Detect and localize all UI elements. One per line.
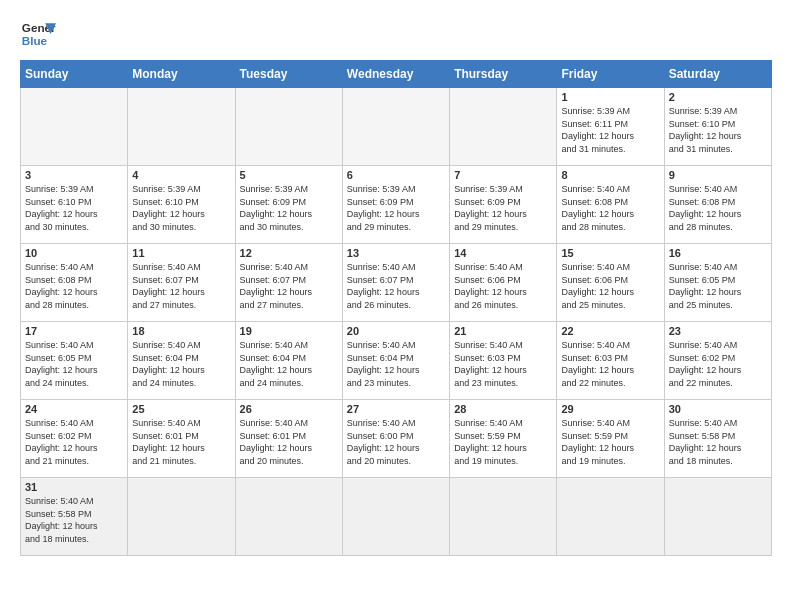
calendar-cell: 23Sunrise: 5:40 AM Sunset: 6:02 PM Dayli… (664, 322, 771, 400)
week-row-6: 31Sunrise: 5:40 AM Sunset: 5:58 PM Dayli… (21, 478, 772, 556)
logo: General Blue (20, 16, 56, 52)
calendar-cell: 17Sunrise: 5:40 AM Sunset: 6:05 PM Dayli… (21, 322, 128, 400)
calendar-cell: 28Sunrise: 5:40 AM Sunset: 5:59 PM Dayli… (450, 400, 557, 478)
day-info: Sunrise: 5:40 AM Sunset: 5:59 PM Dayligh… (454, 417, 552, 467)
day-number: 14 (454, 247, 552, 259)
calendar-cell (557, 478, 664, 556)
calendar-cell (128, 478, 235, 556)
day-info: Sunrise: 5:40 AM Sunset: 6:01 PM Dayligh… (240, 417, 338, 467)
day-info: Sunrise: 5:39 AM Sunset: 6:10 PM Dayligh… (669, 105, 767, 155)
calendar-cell: 21Sunrise: 5:40 AM Sunset: 6:03 PM Dayli… (450, 322, 557, 400)
weekday-header-thursday: Thursday (450, 61, 557, 88)
calendar-cell: 7Sunrise: 5:39 AM Sunset: 6:09 PM Daylig… (450, 166, 557, 244)
calendar-cell: 4Sunrise: 5:39 AM Sunset: 6:10 PM Daylig… (128, 166, 235, 244)
day-number: 9 (669, 169, 767, 181)
calendar-cell (342, 88, 449, 166)
day-info: Sunrise: 5:40 AM Sunset: 6:04 PM Dayligh… (347, 339, 445, 389)
day-info: Sunrise: 5:39 AM Sunset: 6:09 PM Dayligh… (240, 183, 338, 233)
calendar-cell: 31Sunrise: 5:40 AM Sunset: 5:58 PM Dayli… (21, 478, 128, 556)
weekday-header-monday: Monday (128, 61, 235, 88)
day-info: Sunrise: 5:40 AM Sunset: 6:03 PM Dayligh… (454, 339, 552, 389)
calendar-cell (664, 478, 771, 556)
calendar-cell: 10Sunrise: 5:40 AM Sunset: 6:08 PM Dayli… (21, 244, 128, 322)
calendar-cell (450, 88, 557, 166)
day-info: Sunrise: 5:40 AM Sunset: 6:08 PM Dayligh… (561, 183, 659, 233)
day-number: 23 (669, 325, 767, 337)
calendar-cell: 6Sunrise: 5:39 AM Sunset: 6:09 PM Daylig… (342, 166, 449, 244)
calendar-cell: 8Sunrise: 5:40 AM Sunset: 6:08 PM Daylig… (557, 166, 664, 244)
day-number: 4 (132, 169, 230, 181)
calendar-cell: 5Sunrise: 5:39 AM Sunset: 6:09 PM Daylig… (235, 166, 342, 244)
calendar-cell: 12Sunrise: 5:40 AM Sunset: 6:07 PM Dayli… (235, 244, 342, 322)
calendar-cell: 26Sunrise: 5:40 AM Sunset: 6:01 PM Dayli… (235, 400, 342, 478)
calendar-cell: 14Sunrise: 5:40 AM Sunset: 6:06 PM Dayli… (450, 244, 557, 322)
header: General Blue (20, 16, 772, 52)
calendar-cell: 20Sunrise: 5:40 AM Sunset: 6:04 PM Dayli… (342, 322, 449, 400)
day-number: 27 (347, 403, 445, 415)
day-number: 6 (347, 169, 445, 181)
day-number: 15 (561, 247, 659, 259)
day-info: Sunrise: 5:39 AM Sunset: 6:09 PM Dayligh… (347, 183, 445, 233)
calendar-cell: 2Sunrise: 5:39 AM Sunset: 6:10 PM Daylig… (664, 88, 771, 166)
day-number: 3 (25, 169, 123, 181)
calendar-cell: 16Sunrise: 5:40 AM Sunset: 6:05 PM Dayli… (664, 244, 771, 322)
calendar-cell: 15Sunrise: 5:40 AM Sunset: 6:06 PM Dayli… (557, 244, 664, 322)
day-number: 19 (240, 325, 338, 337)
day-number: 12 (240, 247, 338, 259)
day-number: 29 (561, 403, 659, 415)
calendar-cell: 19Sunrise: 5:40 AM Sunset: 6:04 PM Dayli… (235, 322, 342, 400)
calendar-cell: 3Sunrise: 5:39 AM Sunset: 6:10 PM Daylig… (21, 166, 128, 244)
day-number: 13 (347, 247, 445, 259)
calendar-cell (235, 478, 342, 556)
calendar-cell: 27Sunrise: 5:40 AM Sunset: 6:00 PM Dayli… (342, 400, 449, 478)
calendar-cell: 1Sunrise: 5:39 AM Sunset: 6:11 PM Daylig… (557, 88, 664, 166)
day-number: 17 (25, 325, 123, 337)
week-row-3: 10Sunrise: 5:40 AM Sunset: 6:08 PM Dayli… (21, 244, 772, 322)
day-number: 10 (25, 247, 123, 259)
calendar-cell: 25Sunrise: 5:40 AM Sunset: 6:01 PM Dayli… (128, 400, 235, 478)
day-number: 26 (240, 403, 338, 415)
day-info: Sunrise: 5:40 AM Sunset: 6:07 PM Dayligh… (132, 261, 230, 311)
day-info: Sunrise: 5:40 AM Sunset: 6:07 PM Dayligh… (347, 261, 445, 311)
calendar-table: SundayMondayTuesdayWednesdayThursdayFrid… (20, 60, 772, 556)
calendar-cell (21, 88, 128, 166)
calendar-cell (450, 478, 557, 556)
day-info: Sunrise: 5:40 AM Sunset: 6:02 PM Dayligh… (25, 417, 123, 467)
weekday-header-sunday: Sunday (21, 61, 128, 88)
calendar-cell: 29Sunrise: 5:40 AM Sunset: 5:59 PM Dayli… (557, 400, 664, 478)
day-number: 22 (561, 325, 659, 337)
week-row-5: 24Sunrise: 5:40 AM Sunset: 6:02 PM Dayli… (21, 400, 772, 478)
day-info: Sunrise: 5:39 AM Sunset: 6:11 PM Dayligh… (561, 105, 659, 155)
calendar-cell: 9Sunrise: 5:40 AM Sunset: 6:08 PM Daylig… (664, 166, 771, 244)
day-info: Sunrise: 5:40 AM Sunset: 6:04 PM Dayligh… (132, 339, 230, 389)
week-row-4: 17Sunrise: 5:40 AM Sunset: 6:05 PM Dayli… (21, 322, 772, 400)
day-info: Sunrise: 5:40 AM Sunset: 6:05 PM Dayligh… (669, 261, 767, 311)
weekday-header-wednesday: Wednesday (342, 61, 449, 88)
day-info: Sunrise: 5:40 AM Sunset: 6:04 PM Dayligh… (240, 339, 338, 389)
calendar-cell: 11Sunrise: 5:40 AM Sunset: 6:07 PM Dayli… (128, 244, 235, 322)
calendar-cell (128, 88, 235, 166)
calendar-cell: 22Sunrise: 5:40 AM Sunset: 6:03 PM Dayli… (557, 322, 664, 400)
day-number: 21 (454, 325, 552, 337)
day-info: Sunrise: 5:40 AM Sunset: 6:06 PM Dayligh… (561, 261, 659, 311)
day-info: Sunrise: 5:40 AM Sunset: 5:58 PM Dayligh… (25, 495, 123, 545)
week-row-2: 3Sunrise: 5:39 AM Sunset: 6:10 PM Daylig… (21, 166, 772, 244)
day-number: 28 (454, 403, 552, 415)
calendar-cell (342, 478, 449, 556)
weekday-header-saturday: Saturday (664, 61, 771, 88)
day-info: Sunrise: 5:40 AM Sunset: 6:08 PM Dayligh… (669, 183, 767, 233)
calendar-cell: 30Sunrise: 5:40 AM Sunset: 5:58 PM Dayli… (664, 400, 771, 478)
day-info: Sunrise: 5:40 AM Sunset: 5:59 PM Dayligh… (561, 417, 659, 467)
day-info: Sunrise: 5:40 AM Sunset: 6:01 PM Dayligh… (132, 417, 230, 467)
day-info: Sunrise: 5:39 AM Sunset: 6:09 PM Dayligh… (454, 183, 552, 233)
day-number: 8 (561, 169, 659, 181)
calendar-cell: 24Sunrise: 5:40 AM Sunset: 6:02 PM Dayli… (21, 400, 128, 478)
day-number: 30 (669, 403, 767, 415)
day-info: Sunrise: 5:40 AM Sunset: 6:08 PM Dayligh… (25, 261, 123, 311)
day-number: 7 (454, 169, 552, 181)
day-number: 2 (669, 91, 767, 103)
day-number: 1 (561, 91, 659, 103)
calendar-cell: 13Sunrise: 5:40 AM Sunset: 6:07 PM Dayli… (342, 244, 449, 322)
calendar-cell: 18Sunrise: 5:40 AM Sunset: 6:04 PM Dayli… (128, 322, 235, 400)
week-row-1: 1Sunrise: 5:39 AM Sunset: 6:11 PM Daylig… (21, 88, 772, 166)
